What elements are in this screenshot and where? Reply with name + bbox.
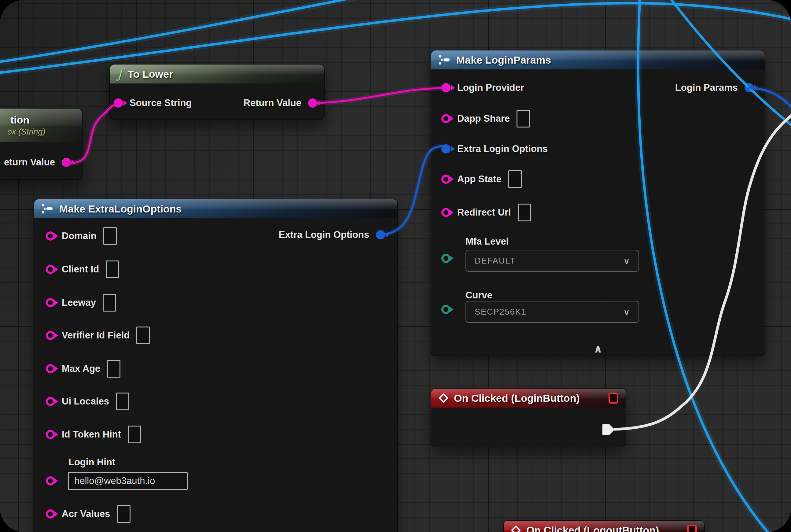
- redirect-url-input-pin[interactable]: [441, 208, 450, 217]
- mfa-level-input-pin[interactable]: [441, 254, 450, 263]
- domain-value-box[interactable]: [103, 227, 117, 245]
- node-make-extra-login-options[interactable]: Make ExtraLoginOptions Domain Extra Logi…: [34, 200, 397, 532]
- id-token-hint-input-pin[interactable]: [46, 430, 55, 439]
- pin-row-id-token-hint: Id Token Hint: [46, 425, 141, 444]
- pin-row-source-string: Source String: [114, 94, 192, 112]
- pin-row-max-age: Max Age: [46, 360, 120, 378]
- pin-row-login-provider: Login Provider: [441, 79, 524, 97]
- pin-label-id-token-hint: Id Token Hint: [62, 429, 121, 440]
- node-header[interactable]: Make LoginParams: [431, 51, 765, 70]
- node-header[interactable]: ƒ To Lower: [110, 64, 324, 83]
- exec-output-pin[interactable]: [602, 424, 615, 435]
- node-title: On Clicked (LogoutButton): [526, 524, 659, 532]
- node-header[interactable]: On Clicked (LoginButton): [431, 388, 626, 407]
- node-title: To Lower: [128, 68, 173, 80]
- node-header[interactable]: Make ExtraLoginOptions: [34, 200, 397, 218]
- leeway-value-box[interactable]: [103, 294, 116, 311]
- function-icon: ƒ: [117, 68, 122, 80]
- pin-row-return-value: eturn Value: [4, 153, 71, 172]
- pin-label-login-hint: Login Hint: [69, 457, 115, 468]
- node-title: Make LoginParams: [456, 54, 551, 66]
- source-string-input-pin[interactable]: [114, 98, 123, 108]
- pin-row-redirect-url: Redirect Url: [441, 203, 531, 222]
- dapp-share-input-pin[interactable]: [441, 114, 450, 123]
- pin-label-client-id: Client Id: [62, 264, 99, 275]
- return-value-output-pin[interactable]: [308, 98, 317, 108]
- redirect-url-value-box[interactable]: [518, 204, 531, 221]
- pin-label-ui-locales: Ui Locales: [62, 396, 109, 407]
- pin-row-verifier-id-field: Verifier Id Field: [46, 326, 150, 345]
- pin-label-extra-login-options: Extra Login Options: [457, 144, 548, 154]
- node-title-fragment: tion: [11, 114, 30, 126]
- pin-label-max-age: Max Age: [62, 363, 100, 374]
- curve-dropdown[interactable]: SECP256K1 ∨: [465, 301, 639, 323]
- pin-label-app-state: App State: [457, 174, 502, 185]
- node-title: On Clicked (LoginButton): [454, 392, 580, 404]
- app-state-value-box[interactable]: [508, 170, 522, 188]
- client-id-input-pin[interactable]: [46, 265, 55, 274]
- pin-label-return-value: eturn Value: [4, 157, 55, 168]
- verifier-id-field-input-pin[interactable]: [46, 331, 55, 340]
- pin-row-app-state: App State: [441, 170, 522, 188]
- node-make-login-params[interactable]: Make LoginParams Login Provider Login Pa…: [431, 51, 765, 356]
- client-id-value-box[interactable]: [106, 261, 119, 278]
- node-header[interactable]: On Clicked (LogoutButton): [504, 521, 704, 532]
- login-provider-input-pin[interactable]: [441, 83, 450, 92]
- node-to-lower[interactable]: ƒ To Lower Source String Return Value: [110, 64, 324, 119]
- node-title: Make ExtraLoginOptions: [59, 203, 182, 215]
- make-struct-icon: [439, 55, 451, 65]
- ui-locales-value-box[interactable]: [116, 393, 129, 410]
- leeway-input-pin[interactable]: [46, 298, 55, 307]
- mfa-level-label: Mfa Level: [465, 236, 508, 247]
- app-state-input-pin[interactable]: [441, 175, 450, 184]
- pin-label-dapp-share: Dapp Share: [457, 113, 510, 124]
- make-struct-icon: [42, 204, 54, 214]
- pin-label-verifier-id-field: Verifier Id Field: [62, 330, 130, 341]
- ui-locales-input-pin[interactable]: [46, 397, 55, 406]
- acr-values-input-pin[interactable]: [46, 509, 55, 518]
- blueprint-graph-canvas[interactable]: tion ox (String) eturn Value ƒ To Lower …: [0, 0, 791, 532]
- pin-label-leeway: Leeway: [62, 297, 96, 308]
- domain-input-pin[interactable]: [46, 231, 55, 241]
- node-on-clicked-login-button[interactable]: On Clicked (LoginButton): [431, 388, 626, 447]
- pin-row-dapp-share: Dapp Share: [441, 110, 530, 128]
- login-hint-value: hello@web3auth.io: [74, 475, 155, 487]
- extra-login-options-input-pin[interactable]: [441, 144, 450, 153]
- pin-label-return-value: Return Value: [244, 97, 302, 109]
- return-value-output-pin[interactable]: [62, 158, 71, 167]
- extra-login-options-output-pin[interactable]: [376, 230, 385, 240]
- mfa-level-dropdown[interactable]: DEFAULT ∨: [465, 250, 639, 272]
- chevron-down-icon: ∨: [623, 255, 630, 266]
- event-diamond-icon: [511, 525, 521, 532]
- node-get-text-partial[interactable]: tion ox (String) eturn Value: [0, 109, 82, 179]
- background-wire-glow: [0, 0, 365, 63]
- acr-values-value-box[interactable]: [117, 505, 131, 523]
- pin-label-acr-values: Acr Values: [62, 509, 110, 519]
- curve-label: Curve: [465, 290, 493, 301]
- dapp-share-value-box[interactable]: [517, 110, 530, 128]
- pin-label-extra-login-options: Extra Login Options: [279, 229, 369, 240]
- collapse-node-button[interactable]: ∧: [431, 343, 765, 354]
- node-on-clicked-logout-button[interactable]: On Clicked (LogoutButton): [504, 521, 704, 532]
- login-params-output-pin[interactable]: [745, 83, 754, 92]
- max-age-value-box[interactable]: [107, 360, 120, 378]
- node-subtitle-fragment: ox (String): [7, 127, 45, 137]
- string-wire-glow: [314, 88, 442, 103]
- pin-row-client-id: Client Id: [46, 260, 119, 279]
- id-token-hint-value-box[interactable]: [128, 425, 141, 443]
- bound-event-red-box-icon: [687, 525, 697, 532]
- login-hint-input-pin[interactable]: [46, 476, 55, 486]
- mfa-level-value: DEFAULT: [475, 256, 516, 266]
- max-age-input-pin[interactable]: [46, 364, 55, 373]
- pin-row-ui-locales: Ui Locales: [46, 392, 129, 411]
- pin-row-extra-login-options-in: Extra Login Options: [441, 140, 548, 158]
- pin-row-acr-values: Acr Values: [46, 505, 131, 523]
- verifier-id-field-value-box[interactable]: [136, 326, 150, 344]
- node-header[interactable]: tion ox (String): [0, 109, 82, 142]
- curve-input-pin[interactable]: [441, 305, 450, 314]
- pin-label-redirect-url: Redirect Url: [457, 207, 511, 218]
- to-lower-to-login-provider-wire: [314, 88, 442, 103]
- login-hint-text-field[interactable]: hello@web3auth.io: [68, 472, 188, 490]
- pin-row-extra-login-options-out: Extra Login Options: [279, 226, 385, 244]
- pin-row-login-params-out: Login Params: [675, 79, 754, 97]
